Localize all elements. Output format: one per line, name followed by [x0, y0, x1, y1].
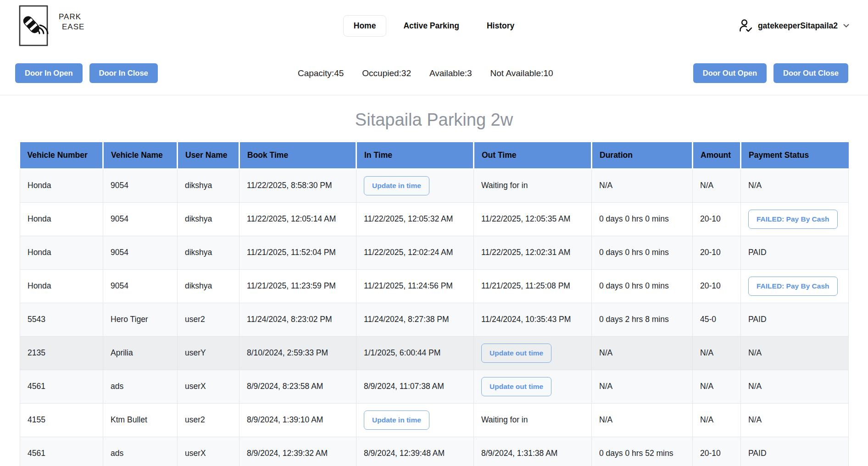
cell-vehicle-number: Honda — [20, 269, 103, 303]
cell-duration: N/A — [592, 403, 693, 437]
cell-amount: 20-10 — [693, 437, 741, 466]
cell-book-time: 8/9/2024, 1:39:10 AM — [239, 403, 356, 437]
cell-payment-status: N/A — [741, 370, 849, 403]
cell-in-time: Update in time — [356, 169, 474, 202]
cell-vehicle-number: 4561 — [20, 370, 103, 403]
cell-out-time: 11/24/2024, 10:35:43 PM — [474, 303, 592, 336]
cell-amount: N/A — [693, 403, 741, 437]
table-row: Honda9054dikshya11/22/2025, 12:05:14 AM1… — [20, 202, 849, 236]
col-payment-status: Payment Status — [741, 142, 849, 169]
failed-pay-by-cash-button[interactable]: FAILED: Pay By Cash — [748, 277, 838, 296]
cell-vehicle-number: 2135 — [20, 336, 103, 370]
door-out-close-button[interactable]: Door Out Close — [773, 63, 848, 83]
main-content: Sitapaila Parking 2w Vehicle Number Vehi… — [0, 110, 868, 466]
cell-vehicle-name: 9054 — [103, 269, 178, 303]
logo-text-line2: EASE — [62, 22, 84, 32]
cell-vehicle-number: Honda — [20, 236, 103, 269]
cell-payment-status: FAILED: Pay By Cash — [741, 269, 849, 303]
cell-in-time: Update in time — [356, 403, 474, 437]
table-row: Honda9054dikshya11/21/2025, 11:23:59 PM1… — [20, 269, 849, 303]
cell-vehicle-number: 4155 — [20, 403, 103, 437]
cell-in-time: 11/22/2025, 12:02:24 AM — [356, 236, 474, 269]
stat-not-available: Not Available:10 — [490, 68, 553, 78]
cell-vehicle-name: Ktm Bullet — [103, 403, 178, 437]
cell-amount: 45-0 — [693, 303, 741, 336]
cell-book-time: 11/21/2025, 11:52:04 PM — [239, 236, 356, 269]
col-in-time: In Time — [356, 142, 474, 169]
cell-user-name: userX — [178, 437, 239, 466]
cell-vehicle-name: ads — [103, 437, 178, 466]
page-title: Sitapaila Parking 2w — [0, 110, 868, 130]
cell-duration: N/A — [592, 169, 693, 202]
cell-out-time: 11/22/2025, 12:05:35 AM — [474, 202, 592, 236]
cell-out-time: Update out time — [474, 336, 592, 370]
table-row: Honda9054dikshya11/22/2025, 8:58:30 PMUp… — [20, 169, 849, 202]
cell-vehicle-name: Aprilia — [103, 336, 178, 370]
cell-in-time: 11/24/2024, 8:27:38 PM — [356, 303, 474, 336]
cell-duration: 0 days 0 hrs 0 mins — [592, 236, 693, 269]
door-out-open-button[interactable]: Door Out Open — [693, 63, 767, 83]
tab-home[interactable]: Home — [343, 15, 387, 37]
cell-vehicle-name: Hero Tiger — [103, 303, 178, 336]
cell-user-name: dikshya — [178, 236, 239, 269]
cell-amount: 20-10 — [693, 269, 741, 303]
cell-in-time: 11/22/2025, 12:05:32 AM — [356, 202, 474, 236]
cell-in-time: 8/9/2024, 12:39:48 AM — [356, 437, 474, 466]
update-out-time-button[interactable]: Update out time — [481, 377, 551, 396]
cell-payment-status: N/A — [741, 336, 849, 370]
cell-in-time: 11/21/2025, 11:24:56 PM — [356, 269, 474, 303]
cell-user-name: userX — [178, 370, 239, 403]
cell-vehicle-name: ads — [103, 370, 178, 403]
cell-out-time: 11/22/2025, 12:02:31 AM — [474, 236, 592, 269]
cell-amount: N/A — [693, 336, 741, 370]
cell-user-name: user2 — [178, 403, 239, 437]
update-in-time-button[interactable]: Update in time — [364, 176, 429, 195]
cell-amount: 20-10 — [693, 236, 741, 269]
cell-book-time: 8/9/2024, 8:23:58 AM — [239, 370, 356, 403]
cell-duration: N/A — [592, 370, 693, 403]
cell-user-name: dikshya — [178, 269, 239, 303]
cell-vehicle-number: 5543 — [20, 303, 103, 336]
table-row: 4561adsuserX8/9/2024, 8:23:58 AM8/9/2024… — [20, 370, 849, 403]
parkease-logo[interactable]: PARK EASE — [18, 5, 96, 47]
logo-text: PARK EASE — [59, 12, 84, 32]
cell-in-time: 1/1/2025, 6:00:44 PM — [356, 336, 474, 370]
table-row: 5543Hero Tigeruser211/24/2024, 8:23:02 P… — [20, 303, 849, 336]
control-bar: Door In Open Door In Close Capacity:45 O… — [0, 51, 868, 95]
tab-history[interactable]: History — [476, 15, 525, 37]
cell-out-time: 8/9/2024, 1:31:38 AM — [474, 437, 592, 466]
cell-amount: N/A — [693, 370, 741, 403]
table-row: Honda9054dikshya11/21/2025, 11:52:04 PM1… — [20, 236, 849, 269]
top-bar: PARK EASE Home Active Parking History ga… — [0, 0, 868, 51]
cell-book-time: 11/22/2025, 8:58:30 PM — [239, 169, 356, 202]
col-vehicle-name: Vehicle Name — [103, 142, 178, 169]
capacity-stats: Capacity:45 Occupied:32 Available:3 Not … — [298, 68, 553, 78]
failed-pay-by-cash-button[interactable]: FAILED: Pay By Cash — [748, 210, 838, 229]
update-in-time-button[interactable]: Update in time — [364, 411, 429, 430]
cell-out-time: 11/21/2025, 11:25:08 PM — [474, 269, 592, 303]
door-in-close-button[interactable]: Door In Close — [89, 63, 158, 83]
cell-out-time: Waiting for in — [474, 403, 592, 437]
cell-book-time: 8/9/2024, 12:39:32 AM — [239, 437, 356, 466]
cell-user-name: user2 — [178, 303, 239, 336]
cell-amount: N/A — [693, 169, 741, 202]
cell-book-time: 11/22/2025, 12:05:14 AM — [239, 202, 356, 236]
stat-available: Available:3 — [429, 68, 472, 78]
tab-active-parking[interactable]: Active Parking — [393, 15, 470, 37]
logo-text-line1: PARK — [59, 12, 84, 22]
door-in-open-button[interactable]: Door In Open — [15, 63, 83, 83]
update-out-time-button[interactable]: Update out time — [481, 344, 551, 363]
table-header: Vehicle Number Vehicle Name User Name Bo… — [20, 142, 849, 169]
cell-amount: 20-10 — [693, 202, 741, 236]
cell-in-time: 8/9/2024, 11:07:38 AM — [356, 370, 474, 403]
stat-occupied: Occupied:32 — [362, 68, 411, 78]
cell-book-time: 8/10/2024, 2:59:33 PM — [239, 336, 356, 370]
door-out-buttons: Door Out Open Door Out Close — [693, 63, 848, 83]
cell-out-time: Waiting for in — [474, 169, 592, 202]
user-menu[interactable]: gatekeeperSitapaila2 — [738, 18, 850, 33]
cell-user-name: userY — [178, 336, 239, 370]
table-body: Honda9054dikshya11/22/2025, 8:58:30 PMUp… — [20, 169, 849, 466]
car-signal-logo-icon — [18, 5, 64, 47]
cell-user-name: dikshya — [178, 169, 239, 202]
person-check-icon — [738, 18, 753, 33]
